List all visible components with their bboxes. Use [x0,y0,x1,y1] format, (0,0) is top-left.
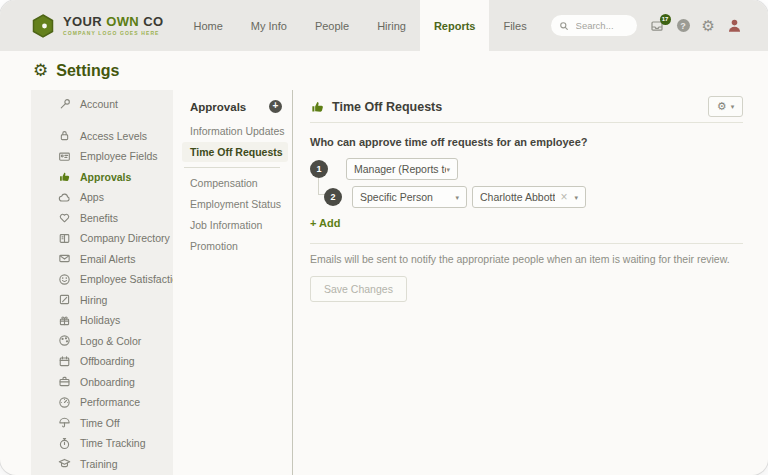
approval-question: Who can approve time off requests for an… [310,136,743,148]
question-mark-icon: ? [680,21,686,31]
select-value: Specific Person [360,191,433,203]
panel-options-button[interactable]: ⚙ ▾ [708,96,743,117]
subpanel-item-compensation[interactable]: Compensation [182,173,288,193]
plus-icon: + [273,101,279,111]
user-avatar[interactable] [727,18,742,33]
approver-type-select-2[interactable]: Specific Person ▾ [352,186,467,208]
nav-tab-reports[interactable]: Reports [420,0,490,51]
sidebar-item-label: Company Directory [80,232,170,244]
sidebar-item-apps[interactable]: Apps [31,187,173,208]
sidebar-item-label: Performance [80,396,140,408]
palette-icon [58,334,71,347]
nav-tab-home[interactable]: Home [179,0,236,51]
inbox-button[interactable]: 17 [649,19,665,33]
sidebar-item-label: Email Alerts [80,253,135,265]
gauge-icon [58,396,71,409]
sidebar-item-time-tracking[interactable]: Time Tracking [31,433,173,454]
sidebar-item-label: Apps [80,191,104,203]
top-navbar: YOUR OWN CO COMPANY LOGO GOES HERE HomeM… [0,0,768,51]
gear-icon: ⚙ [702,18,715,33]
gift-icon [58,314,71,327]
clipboard-icon [58,293,71,306]
sidebar-item-training[interactable]: Training [31,454,173,475]
sidebar-item-label: Holidays [80,314,120,326]
step-row-1: 1 Manager (Reports to) ▾ [310,158,743,180]
sidebar-item-approvals[interactable]: Approvals [31,167,173,188]
sidebar-item-offboarding[interactable]: Offboarding [31,351,173,372]
sidebar-item-onboarding[interactable]: Onboarding [31,372,173,393]
chevron-down-icon: ▾ [574,194,578,201]
id-card-icon [58,150,71,163]
sidebar-item-label: Approvals [80,171,131,183]
sidebar-item-performance[interactable]: Performance [31,392,173,413]
settings-sidebar: AccountAccess LevelsEmployee FieldsAppro… [31,90,173,475]
sidebar-item-email-alerts[interactable]: Email Alerts [31,249,173,270]
sidebar-item-label: Employee Fields [80,150,158,162]
subpanel-item-information-updates[interactable]: Information Updates [182,121,288,141]
thumbs-up-icon [58,170,71,183]
nav-tab-files[interactable]: Files [489,0,540,51]
sidebar-item-hiring[interactable]: Hiring [31,290,173,311]
lock-icon [58,129,71,142]
add-approval-button[interactable]: + [269,100,282,113]
specific-person-select[interactable]: Charlotte Abbott × ▾ [472,186,586,208]
cloud-icon [58,191,71,204]
calendar-out-icon [58,355,71,368]
main-header: Time Off Requests ⚙ ▾ [310,96,743,117]
sidebar-item-access-levels[interactable]: Access Levels [31,126,173,147]
search-icon [559,21,569,31]
sidebar-item-company-directory[interactable]: Company Directory [31,228,173,249]
main-title: Time Off Requests [332,100,442,114]
sidebar-item-logo-color[interactable]: Logo & Color [31,331,173,352]
main-panel: Time Off Requests ⚙ ▾ Who can approve ti… [293,90,768,475]
company-logo: YOUR OWN CO COMPANY LOGO GOES HERE [30,0,163,51]
email-note: Emails will be sent to notify the approp… [310,253,743,265]
select-value: Manager (Reports to) [354,163,446,175]
sidebar-item-label: Hiring [80,294,107,306]
graduation-cap-icon [58,457,71,470]
sidebar-item-holidays[interactable]: Holidays [31,310,173,331]
content-area: AccountAccess LevelsEmployee FieldsAppro… [0,90,768,475]
page-title: Settings [56,62,119,80]
sidebar-item-time-off[interactable]: Time Off [31,413,173,434]
sidebar-item-label: Access Levels [80,130,147,142]
nav-tab-people[interactable]: People [301,0,363,51]
settings-button[interactable]: ⚙ [702,18,715,33]
save-changes-button[interactable]: Save Changes [310,276,407,302]
subpanel-item-employment-status[interactable]: Employment Status [182,194,288,214]
sidebar-group-gap [31,115,173,126]
thumbs-up-icon [310,99,325,114]
stopwatch-icon [58,437,71,450]
section-divider [310,243,743,244]
help-button[interactable]: ? [677,19,690,32]
add-approver-link[interactable]: + Add [310,217,340,229]
subpanel-title: Approvals [190,101,246,113]
sidebar-item-employee-fields[interactable]: Employee Fields [31,146,173,167]
gear-icon: ⚙ [717,101,727,112]
search-box[interactable] [551,15,637,36]
nav-tab-hiring[interactable]: Hiring [363,0,420,51]
directory-book-icon [58,232,71,245]
search-input[interactable] [574,19,629,32]
subpanel-item-time-off-requests[interactable]: Time Off Requests [182,142,288,162]
sidebar-item-benefits[interactable]: Benefits [31,208,173,229]
hexagon-logo-icon [30,13,56,39]
wrench-icon [58,98,71,111]
sidebar-item-label: Time Off [80,417,120,429]
sidebar-item-account[interactable]: Account [31,94,173,115]
sidebar-item-label: Training [80,458,118,470]
sidebar-item-label: Offboarding [80,355,135,367]
nav-tab-my-info[interactable]: My Info [237,0,301,51]
sidebar-item-employee-satisfaction[interactable]: Employee Satisfaction [31,269,173,290]
close-icon[interactable]: × [560,191,567,203]
subpanel-item-promotion[interactable]: Promotion [182,236,288,256]
subpanel-list: Information UpdatesTime Off RequestsComp… [190,121,282,256]
sidebar-item-label: Logo & Color [80,335,141,347]
chevron-down-icon: ▾ [455,194,459,201]
approver-steps: 1 Manager (Reports to) ▾ 2 Specific Pers… [310,158,743,208]
subpanel-item-job-information[interactable]: Job Information [182,215,288,235]
notification-badge: 17 [660,14,671,25]
approver-type-select-1[interactable]: Manager (Reports to) ▾ [346,158,458,180]
chevron-down-icon: ▾ [446,166,450,173]
subpanel-header: Approvals + [190,100,282,113]
